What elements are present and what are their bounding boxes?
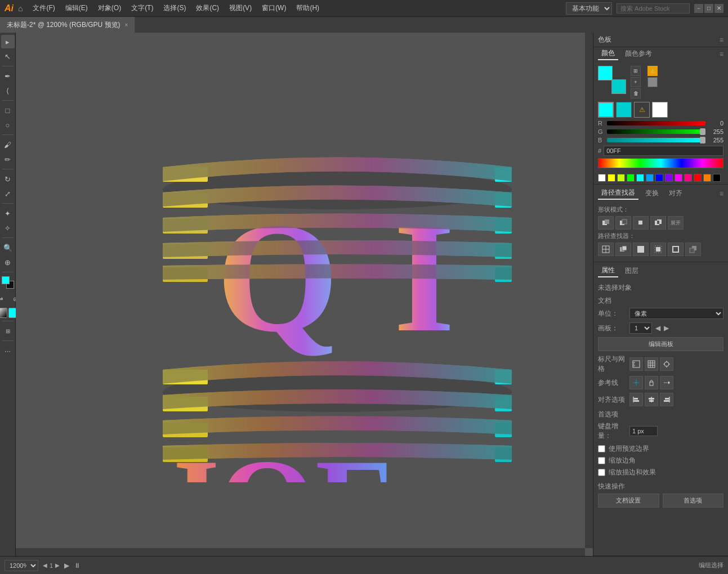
swatch-pink[interactable] (684, 174, 692, 182)
select-tool[interactable]: ▸ (1, 35, 15, 48)
expand-btn[interactable]: 展开 (668, 216, 684, 230)
gradient-swatch[interactable] (0, 308, 7, 318)
intersect-btn[interactable] (633, 216, 649, 230)
align-center-btn[interactable] (645, 393, 658, 406)
menu-select[interactable]: 选择(S) (159, 1, 190, 15)
swatch-cyan[interactable] (636, 174, 644, 182)
blend-tool[interactable]: ⟡ (1, 221, 15, 235)
swap-colors-icon[interactable]: ⇄ (0, 292, 7, 306)
swatch-yellow[interactable] (608, 174, 615, 182)
preferences-button[interactable]: 首选项 (663, 494, 724, 508)
menu-view[interactable]: 视图(V) (225, 1, 256, 15)
home-icon[interactable]: ⌂ (18, 4, 23, 13)
canvas-area[interactable]: Q I (16, 33, 593, 556)
white-swatch[interactable] (652, 102, 668, 118)
stroke-swatch[interactable] (611, 79, 626, 94)
g-slider[interactable] (607, 129, 705, 134)
pen-tool[interactable]: ✒ (1, 69, 15, 83)
swatch-red[interactable] (694, 174, 702, 182)
show-guides-btn[interactable] (629, 376, 643, 389)
workspace-select[interactable]: 基本功能 (566, 2, 612, 15)
active-stroke-swatch[interactable] (616, 102, 632, 118)
zoom-select[interactable]: 1200% (5, 560, 38, 571)
menu-effect[interactable]: 效果(C) (191, 1, 224, 15)
artboard-tool[interactable]: ⊞ (1, 324, 15, 338)
panel-menu-icon[interactable]: ≡ (720, 36, 723, 44)
artboard-prev-icon[interactable]: ◀ (655, 324, 660, 332)
artboard-select[interactable]: 1 (629, 322, 652, 334)
curvature-tool[interactable]: ⟨ (1, 84, 15, 97)
active-fill-swatch[interactable] (598, 102, 614, 118)
zoom-tool[interactable]: 🔍 (1, 241, 15, 254)
snap-grid-btn[interactable] (660, 357, 673, 371)
crop-btn[interactable] (650, 243, 666, 256)
color-panel-header[interactable]: 色板 ≡ (593, 33, 728, 47)
foreground-color-swatch[interactable] (2, 276, 10, 284)
b-slider-thumb[interactable] (700, 137, 705, 144)
close-button[interactable]: ✕ (714, 4, 723, 13)
tab-color-reference[interactable]: 颜色参考 (622, 48, 655, 60)
minus-back-btn[interactable] (685, 243, 701, 256)
search-input[interactable] (617, 3, 690, 14)
doc-settings-button[interactable]: 文档设置 (598, 494, 659, 508)
next-page-icon[interactable]: ▶ (55, 562, 60, 568)
exclude-btn[interactable] (650, 216, 666, 230)
swatch-violet[interactable] (665, 174, 673, 182)
color-warning-btn[interactable]: ⚠ (634, 102, 650, 118)
menu-window[interactable]: 窗口(W) (257, 1, 291, 15)
direct-select-tool[interactable]: ↖ (1, 50, 15, 63)
show-grid-btn[interactable] (645, 357, 658, 371)
swatch-green[interactable] (627, 174, 635, 182)
swatch-black[interactable] (713, 174, 721, 182)
make-guides-btn[interactable] (660, 376, 673, 389)
align-right-btn[interactable] (660, 393, 673, 406)
keyboard-input[interactable] (629, 426, 658, 436)
more-tools[interactable]: ··· (1, 344, 15, 357)
tab-color[interactable]: 颜色 (598, 47, 618, 60)
pencil-tool[interactable]: ✏ (1, 153, 15, 166)
tab-layers[interactable]: 图层 (622, 265, 642, 277)
scale-tool[interactable]: ⤢ (1, 187, 15, 200)
rotate-tool[interactable]: ↻ (1, 172, 15, 186)
tab-pathfinder[interactable]: 路径查找器 (598, 187, 638, 200)
swatch-magenta[interactable] (675, 174, 682, 182)
pathfinder-header[interactable]: 路径查找器 变换 对齐 ≡ (593, 185, 728, 202)
gray-swatch[interactable] (647, 77, 658, 87)
new-swatch-btn[interactable]: + (631, 77, 641, 87)
unit-select[interactable]: 像素 (629, 308, 723, 319)
scroll-bar-bottom[interactable] (16, 548, 585, 556)
outline-btn[interactable] (668, 243, 684, 256)
use-preview-bounds-checkbox[interactable] (598, 445, 605, 452)
ellipse-tool[interactable]: ○ (1, 118, 15, 132)
unite-btn[interactable] (598, 216, 614, 230)
menu-file[interactable]: 文件(F) (28, 1, 59, 15)
paintbrush-tool[interactable]: 🖌 (1, 138, 15, 151)
show-rulers-btn[interactable] (629, 357, 643, 371)
hex-input[interactable] (604, 146, 723, 156)
tab-align[interactable]: 对齐 (666, 187, 686, 199)
align-left-btn[interactable] (629, 393, 643, 406)
find-tool[interactable]: ⊕ (1, 255, 15, 269)
menu-object[interactable]: 对象(O) (93, 1, 126, 15)
pause-btn[interactable]: ⏸ (74, 562, 81, 569)
r-slider[interactable] (607, 121, 705, 125)
minimize-button[interactable]: － (694, 4, 703, 13)
tab-transform[interactable]: 变换 (642, 187, 662, 199)
maximize-button[interactable]: □ (704, 4, 713, 13)
tab-properties[interactable]: 属性 (598, 264, 618, 277)
color-tab-menu[interactable]: ≡ (720, 50, 723, 58)
color-spectrum-bar[interactable] (598, 158, 723, 168)
minus-front-btn[interactable] (615, 216, 631, 230)
document-tab[interactable]: 未标题-2* @ 1200% (RGB/GPU 预览) × (0, 17, 135, 33)
pathfinder-menu-icon[interactable]: ≡ (720, 190, 723, 198)
swatch-green-yellow[interactable] (617, 174, 625, 182)
fill-swatch[interactable] (598, 66, 613, 80)
menu-help[interactable]: 帮助(H) (292, 1, 324, 15)
color-squares[interactable] (2, 276, 14, 289)
scroll-bar-right[interactable] (585, 33, 593, 548)
g-slider-thumb[interactable] (700, 128, 705, 135)
menu-type[interactable]: 文字(T) (127, 1, 158, 15)
rectangle-tool[interactable]: □ (1, 104, 15, 117)
divide-btn[interactable] (598, 243, 614, 256)
artboard-next-icon[interactable]: ▶ (664, 324, 669, 332)
